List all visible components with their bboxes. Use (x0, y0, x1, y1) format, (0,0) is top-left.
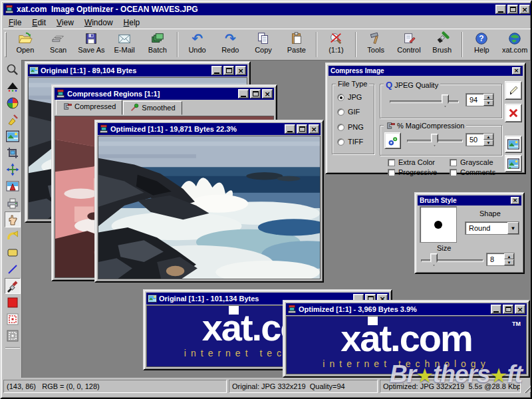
maximize-button[interactable] (250, 89, 261, 98)
copy-button[interactable]: Copy (247, 30, 280, 59)
email-button[interactable]: E-Mail (108, 30, 141, 59)
minimize-button[interactable] (495, 5, 506, 14)
ocean-photo (98, 136, 320, 279)
selection-fill-button[interactable] (5, 311, 21, 327)
open-button[interactable]: Open (9, 30, 42, 59)
window-optimized-1[interactable]: Optimized [1:1] - 19,871 Bytes 22.3% × (94, 120, 324, 283)
close-button[interactable]: × (511, 197, 519, 204)
jpeg-quality-slider-thumb[interactable] (442, 94, 449, 107)
menu-view[interactable]: View (51, 17, 79, 29)
chevron-down-icon[interactable]: ▼ (507, 222, 519, 234)
spin-down-button[interactable]: ▼ (504, 259, 514, 265)
menu-window[interactable]: Window (79, 17, 118, 29)
maximize-button[interactable] (297, 124, 307, 134)
zoom-tool-button[interactable] (5, 62, 21, 78)
text-region-tool-button[interactable] (5, 178, 21, 194)
checkbox-grayscale[interactable]: Grayscale (450, 158, 493, 166)
shape-tool-button[interactable] (5, 245, 21, 261)
close-icon: × (311, 126, 317, 133)
window-titlebar[interactable]: Optimized [1:1] - 3,969 Bytes 3.9% × (286, 303, 527, 315)
hand-tool-button[interactable] (5, 211, 21, 227)
minimize-button[interactable] (211, 66, 222, 75)
help-button[interactable]: ? Help (466, 30, 499, 59)
paint-tool-button[interactable] (5, 278, 21, 294)
window-titlebar[interactable]: Original [1:1] - 89,104 Bytes × (28, 65, 247, 76)
clean-tool-button[interactable] (5, 112, 21, 128)
close-button[interactable]: × (515, 305, 525, 314)
image-icon (148, 294, 157, 303)
view-original-button[interactable] (505, 136, 522, 153)
checkbox-comments[interactable]: Comments (450, 168, 495, 176)
size-slider-thumb[interactable] (430, 253, 438, 266)
spin-up-button[interactable]: ▲ (504, 253, 514, 259)
brush-style-panel[interactable]: Brush Style × Shape Round ▼ Size 8 ▲▼ (414, 192, 525, 274)
menu-file[interactable]: File (3, 17, 27, 29)
tools-button[interactable]: Tools (359, 30, 392, 59)
print-tool-button[interactable] (5, 195, 21, 211)
shape-dropdown[interactable]: Round ▼ (465, 221, 519, 235)
minimize-button[interactable] (238, 89, 249, 98)
tab-smoothed[interactable]: Smoothed (123, 101, 182, 115)
panel-titlebar[interactable]: Compress Image × (329, 66, 523, 76)
minimize-button[interactable] (285, 124, 295, 134)
brush-icon (435, 31, 450, 46)
optimized-image-canvas[interactable] (98, 136, 321, 279)
levels-tool-button[interactable] (5, 78, 21, 94)
color-swatch-button[interactable] (5, 295, 21, 311)
menu-edit[interactable]: Edit (27, 17, 51, 29)
radio-jpg[interactable]: JPG (337, 93, 362, 101)
main-titlebar[interactable]: xat.com Image Optimizer - OCEAN WAVES.JP… (3, 3, 531, 15)
selection-mask-button[interactable] (5, 328, 21, 344)
compress-image-panel[interactable]: Compress Image × File Type JPG GIF PNG T… (325, 63, 526, 174)
cancel-button[interactable] (505, 104, 522, 122)
save-as-button[interactable]: Save As (74, 30, 108, 59)
maximize-button[interactable] (503, 305, 513, 314)
spin-up-button[interactable]: ▲ (483, 94, 493, 100)
maximize-button[interactable] (507, 5, 518, 14)
window-titlebar[interactable]: Compressed Regions [1:1] × (55, 88, 274, 100)
checkbox-progressive[interactable]: Progressive (388, 168, 437, 176)
checkbox-extra-color[interactable]: Extra Color (388, 158, 435, 166)
magicompression-legend: % MagiCompression (384, 121, 466, 130)
radio-dot (337, 94, 344, 101)
brush-button[interactable]: Brush (426, 30, 459, 59)
line-tool-button[interactable] (5, 261, 21, 277)
xat-com-button[interactable]: xat.com (498, 30, 531, 59)
view-optimized-button[interactable] (505, 155, 522, 172)
redo-button[interactable]: ↷ Redo (213, 30, 247, 59)
one-to-one-button[interactable]: (1:1) (320, 30, 353, 59)
minimize-button[interactable] (491, 305, 501, 314)
color-wheel-tool-button[interactable] (5, 95, 21, 111)
magi-settings-button[interactable] (384, 132, 401, 149)
close-button[interactable]: × (309, 124, 319, 134)
resize-grip[interactable] (523, 384, 531, 393)
window-titlebar[interactable]: Optimized [1:1] - 19,871 Bytes 22.3% × (98, 123, 321, 135)
batch-button[interactable]: Batch (141, 30, 174, 59)
spin-down-button[interactable]: ▼ (483, 100, 493, 106)
spin-down-button[interactable]: ▼ (483, 140, 493, 146)
thumbnail-tool-button[interactable] (5, 128, 21, 144)
radio-gif[interactable]: GIF (337, 108, 360, 116)
close-button[interactable]: × (512, 67, 521, 74)
control-button[interactable]: Control (392, 30, 426, 59)
menu-help[interactable]: Help (118, 17, 146, 29)
rotate-tool-button[interactable] (5, 228, 21, 244)
toolbar-grip[interactable] (5, 32, 7, 57)
close-button[interactable]: × (519, 5, 530, 14)
undo-button[interactable]: ↶ Undo (181, 30, 214, 59)
radio-tiff[interactable]: TIFF (337, 138, 363, 146)
scan-button[interactable]: Scan (42, 30, 75, 59)
radio-png[interactable]: PNG (337, 123, 364, 131)
apply-pen-button[interactable] (505, 81, 522, 100)
close-button[interactable]: × (235, 66, 246, 75)
paste-button[interactable]: Paste (280, 30, 313, 59)
resize-tool-button[interactable] (5, 162, 21, 178)
magi-slider-thumb[interactable] (431, 134, 438, 146)
close-button[interactable]: × (262, 89, 273, 98)
crop-tool-button[interactable] (5, 145, 21, 161)
shape-label: Shape (479, 209, 501, 217)
spin-up-button[interactable]: ▲ (483, 134, 493, 140)
tab-compressed[interactable]: Compressed (56, 100, 122, 115)
panel-titlebar[interactable]: Brush Style × (418, 196, 521, 205)
maximize-button[interactable] (223, 66, 234, 75)
